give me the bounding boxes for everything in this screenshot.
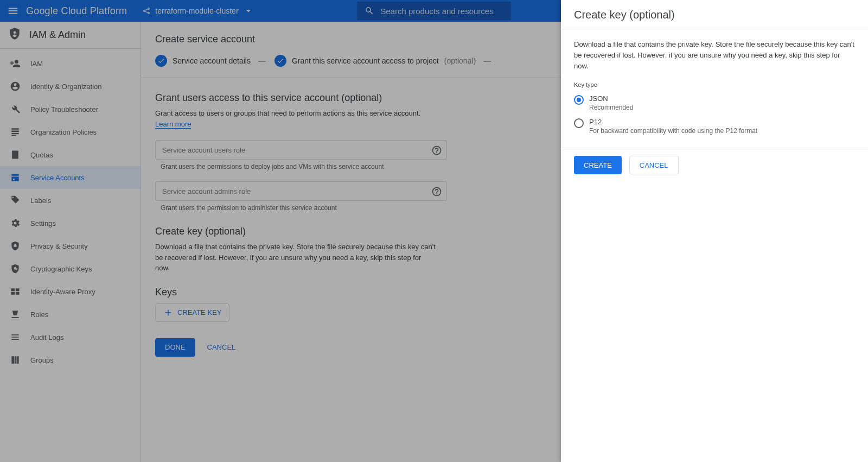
radio-icon bbox=[574, 95, 584, 105]
create-key-dialog: Create key (optional) Download a file th… bbox=[561, 0, 868, 462]
dialog-cancel-button[interactable]: CANCEL bbox=[629, 156, 679, 174]
dialog-desc: Download a file that contains the privat… bbox=[574, 39, 855, 72]
key-type-p12[interactable]: P12 For backward compatibility with code… bbox=[574, 115, 855, 138]
dialog-create-button[interactable]: CREATE bbox=[574, 156, 622, 174]
dialog-title: Create key (optional) bbox=[561, 0, 868, 29]
key-type-json[interactable]: JSON Recommended bbox=[574, 91, 855, 115]
radio-icon bbox=[574, 118, 584, 128]
key-type-label: Key type bbox=[574, 81, 855, 88]
